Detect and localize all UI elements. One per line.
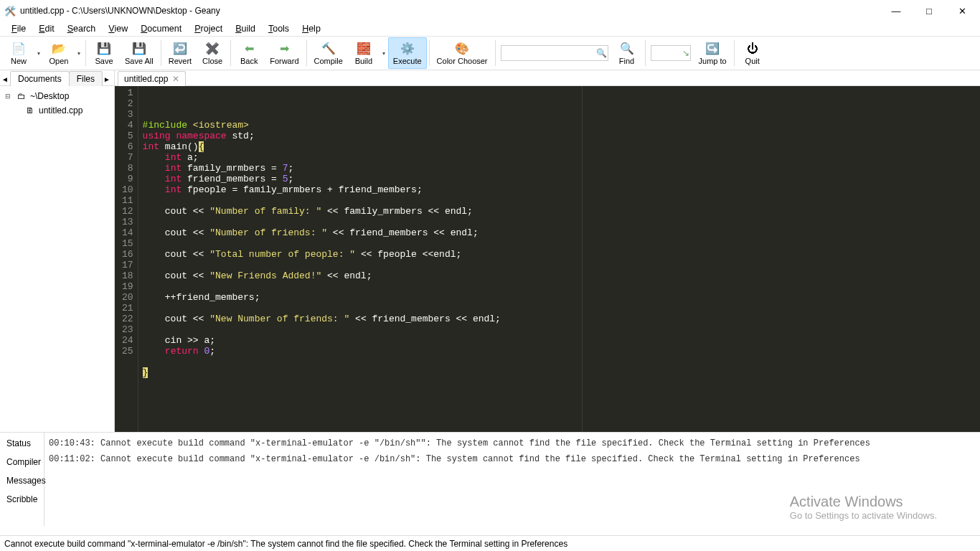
folder-open-icon: 📂 [51,42,67,56]
separator [645,40,646,66]
editor-tab-untitled[interactable]: untitled.cpp ✕ [118,71,186,86]
palette-icon: 🎨 [454,42,470,56]
back-icon: ⬅ [241,42,257,56]
right-margin-line [582,86,583,432]
side-tabs: ◄ Documents Files ► [0,70,114,86]
file-new-icon: 📄 [11,42,27,56]
tab-scribble[interactable]: Scribble [1,491,42,508]
workspace: ◄ Documents Files ► ⊟ 🗀 ~\Desktop 🗎 unti… [0,70,980,433]
side-panel: ◄ Documents Files ► ⊟ 🗀 ~\Desktop 🗎 unti… [0,70,115,432]
menu-build[interactable]: Build [230,22,261,35]
bottom-panel: Status Compiler Messages Scribble 00:10:… [0,433,980,526]
menu-view[interactable]: View [103,22,133,35]
side-tabs-right-arrow[interactable]: ► [102,73,112,85]
minimize-button[interactable]: — [880,0,913,22]
find-button[interactable]: 🔍Find [611,37,643,69]
menu-bar: File Edit Search View Document Project B… [0,22,980,36]
side-tabs-left-arrow[interactable]: ◄ [0,73,10,85]
goto-icon: ↘ [682,48,689,58]
save-icon: 💾 [96,42,112,56]
code-editor[interactable]: 1234567891011121314151617181920212223242… [115,86,980,432]
separator [306,40,307,66]
file-icon: 🗎 [24,105,36,116]
tree-file-untitled[interactable]: 🗎 untitled.cpp [3,103,111,118]
separator [85,40,86,66]
execute-button[interactable]: ⚙️Execute [388,37,427,69]
maximize-button[interactable]: □ [913,0,946,22]
menu-search[interactable]: Search [62,22,102,35]
folder-icon: 🗀 [16,91,27,101]
close-icon: ✖️ [204,42,220,56]
status-text: Cannot execute build command "x-terminal… [4,539,567,549]
build-icon: 🧱 [356,42,372,56]
title-bar: 🛠️ untitled.cpp - C:\Users\UNKNOWN\Deskt… [0,0,980,22]
execute-icon: ⚙️ [400,42,415,56]
jump-to-button[interactable]: ↪️Jump to [694,37,732,69]
back-button[interactable]: ⬅Back [233,37,265,69]
new-button[interactable]: 📄New [3,37,34,69]
separator [734,40,735,66]
tab-messages[interactable]: Messages [1,472,42,489]
separator [161,40,161,66]
saveall-button[interactable]: 💾Save All [120,37,159,69]
close-tab-icon[interactable]: ✕ [172,74,179,84]
menu-file[interactable]: File [6,22,32,35]
line-gutter: 1234567891011121314151617181920212223242… [115,86,138,432]
save-all-icon: 💾 [131,42,147,56]
quit-button[interactable]: ⏻Quit [737,37,768,69]
bottom-tabs: Status Compiler Messages Scribble [0,433,44,526]
tab-files[interactable]: Files [69,71,103,86]
open-button[interactable]: 📂Open [43,37,75,69]
new-dropdown[interactable]: ▾ [34,37,43,69]
revert-button[interactable]: ↩️Revert [164,37,197,69]
search-icon: 🔍 [596,48,607,58]
editor-tab-label: untitled.cpp [124,74,168,84]
tab-compiler[interactable]: Compiler [1,453,42,471]
open-dropdown[interactable]: ▾ [75,37,83,69]
jump-icon: ↪️ [705,42,720,56]
tab-documents[interactable]: Documents [10,71,70,86]
compile-button[interactable]: 🔨Compile [309,37,348,69]
separator [230,40,231,66]
quit-icon: ⏻ [745,42,760,56]
menu-edit[interactable]: Edit [33,22,60,35]
color-chooser-button[interactable]: 🎨Color Chooser [432,37,493,69]
menu-project[interactable]: Project [189,22,228,35]
menu-tools[interactable]: Tools [263,22,295,35]
editor-area: untitled.cpp ✕ 1234567891011121314151617… [115,70,980,432]
separator [495,40,496,66]
editor-tabs: untitled.cpp ✕ [115,70,980,86]
collapse-icon: ⊟ [3,93,13,100]
tree-folder-desktop[interactable]: ⊟ 🗀 ~\Desktop [3,89,111,103]
revert-icon: ↩️ [172,42,188,56]
forward-icon: ➡ [276,42,292,56]
code-content[interactable]: #include <iostream>using namespace std;i… [138,86,980,432]
tab-status[interactable]: Status [1,435,42,452]
build-dropdown[interactable]: ▾ [380,37,388,69]
menu-help[interactable]: Help [296,22,326,35]
build-button[interactable]: 🧱Build [348,37,380,69]
window-title: untitled.cpp - C:\Users\UNKNOWN\Desktop … [20,6,880,16]
menu-document[interactable]: Document [135,22,187,35]
save-button[interactable]: 💾Save [88,37,120,69]
documents-tree: ⊟ 🗀 ~\Desktop 🗎 untitled.cpp [0,86,114,432]
find-icon: 🔍 [619,42,635,56]
close-button[interactable]: ✖️Close [197,37,228,69]
compile-icon: 🔨 [321,42,336,56]
app-icon: 🛠️ [4,5,16,17]
close-window-button[interactable]: ✕ [946,0,979,22]
forward-button[interactable]: ➡Forward [265,37,303,69]
tree-folder-label: ~\Desktop [30,91,69,101]
tree-file-label: untitled.cpp [39,105,83,116]
status-bar: Cannot execute build command "x-terminal… [0,535,980,551]
status-output[interactable]: 00:10:43: Cannot execute build command "… [44,433,980,526]
toolbar: 📄New ▾ 📂Open ▾ 💾Save 💾Save All ↩️Revert … [0,36,980,70]
separator [429,40,430,66]
find-input[interactable] [501,45,608,61]
